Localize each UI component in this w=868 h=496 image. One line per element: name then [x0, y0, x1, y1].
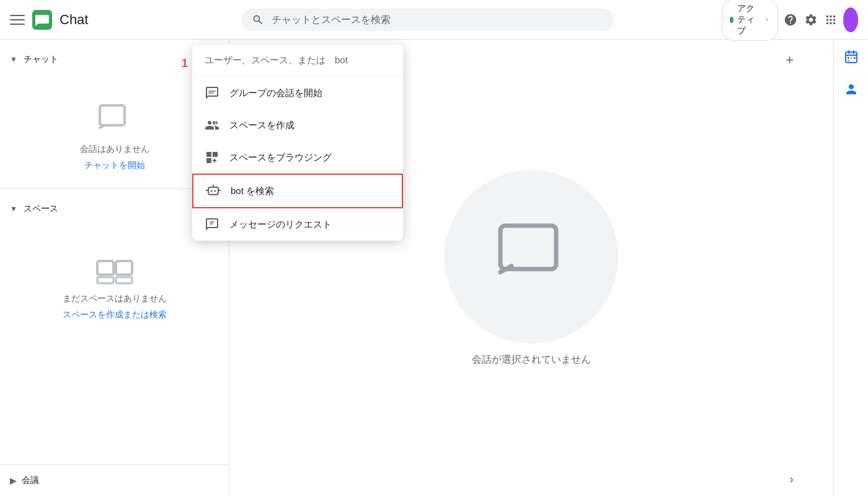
dropdown-item-label-browse-spaces: スペースをブラウジング: [229, 152, 332, 164]
spaces-chevron-icon[interactable]: ▼: [10, 205, 17, 213]
header-center: [134, 9, 722, 31]
apps-button[interactable]: [823, 7, 838, 32]
spaces-empty-state: まだスペースはありません スペースを作成または検索: [0, 224, 229, 333]
svg-rect-3: [116, 261, 132, 275]
body: 1 ▼ チャット + 会話はありません チャットを開始 ▼ スペース +: [0, 40, 868, 496]
spaces-empty-icon: [95, 249, 135, 288]
svg-rect-13: [848, 57, 849, 59]
header: Chat アクティブ: [0, 0, 868, 40]
app-title: Chat: [60, 12, 88, 28]
contacts-button[interactable]: [839, 77, 864, 102]
dropdown-menu: 2 ユーザー、スペース、または bot グループの会話を開始 スペースを作: [192, 45, 403, 241]
svg-rect-2: [97, 261, 113, 275]
dropdown-search-hint: ユーザー、スペース、または bot: [192, 45, 403, 77]
svg-rect-14: [851, 57, 852, 59]
status-button[interactable]: アクティブ: [722, 0, 778, 41]
svg-point-9: [215, 190, 216, 192]
chat-section-title: ▼ チャット: [10, 54, 58, 65]
right-sidebar: [833, 40, 868, 496]
main-add-button[interactable]: +: [786, 52, 794, 68]
spaces-section-title: ▼ スペース: [10, 203, 58, 215]
browse-spaces-icon: [205, 150, 219, 165]
menu-icon[interactable]: [10, 12, 25, 27]
search-bot-icon: [206, 184, 221, 198]
search-icon: [252, 14, 264, 26]
chat-empty-text: 会話はありません: [80, 144, 149, 155]
calendar-button[interactable]: [839, 45, 864, 69]
svg-rect-1: [100, 105, 125, 125]
chat-empty-icon: [95, 99, 135, 139]
meetings-chevron-icon: ▶: [10, 476, 17, 485]
settings-button[interactable]: [803, 7, 818, 32]
chevron-down-icon: [764, 15, 770, 25]
dropdown-item-browse-spaces[interactable]: スペースをブラウジング: [192, 141, 403, 174]
group-chat-icon: [205, 86, 219, 100]
header-left: Chat: [10, 10, 134, 30]
svg-point-8: [211, 190, 213, 192]
dropdown-item-label-search-bot: bot を検索: [231, 185, 274, 197]
svg-rect-7: [208, 187, 218, 195]
chat-section-label: チャット: [24, 54, 58, 65]
status-dot: [730, 17, 733, 23]
avatar[interactable]: [843, 7, 858, 32]
no-conversation: 会話が選択されていません: [445, 170, 618, 366]
dropdown-item-message-request[interactable]: メッセージのリクエスト: [192, 208, 403, 241]
chat-start-link[interactable]: チャットを開始: [84, 160, 145, 171]
meetings-label: 会議: [22, 475, 39, 486]
search-input[interactable]: [272, 14, 604, 25]
status-label: アクティブ: [737, 3, 761, 37]
meetings-label-group: ▶ 会議: [10, 475, 39, 486]
no-conversation-circle: [445, 170, 618, 343]
dropdown-item-label-message-request: メッセージのリクエスト: [229, 219, 332, 231]
svg-point-10: [213, 185, 214, 186]
meetings-section[interactable]: ▶ 会議: [0, 464, 229, 496]
dropdown-item-label-create-space: スペースを作成: [229, 120, 294, 131]
app-logo: [32, 10, 52, 30]
dropdown-item-create-space[interactable]: スペースを作成: [192, 109, 403, 141]
no-conversation-icon: [488, 213, 575, 300]
dropdown-item-group-chat[interactable]: グループの会話を開始: [192, 77, 403, 109]
dropdown-item-search-bot[interactable]: bot を検索: [192, 174, 403, 208]
svg-rect-4: [97, 277, 113, 283]
no-conversation-text: 会話が選択されていません: [472, 353, 591, 366]
expand-button[interactable]: ›: [789, 472, 794, 486]
spaces-empty-text: まだスペースはありません: [63, 293, 167, 304]
create-space-icon: [205, 118, 219, 133]
spaces-section-label: スペース: [24, 203, 58, 215]
svg-rect-11: [500, 226, 556, 269]
message-request-icon: [205, 217, 219, 232]
svg-rect-15: [854, 57, 856, 59]
svg-rect-16: [848, 60, 849, 61]
annotation-1: 1: [182, 57, 188, 70]
chat-chevron-icon[interactable]: ▼: [10, 55, 17, 64]
header-right: アクティブ: [722, 0, 858, 41]
help-button[interactable]: [783, 7, 798, 32]
svg-rect-5: [116, 277, 132, 283]
search-bar: [242, 9, 614, 31]
spaces-create-link[interactable]: スペースを作成または検索: [63, 309, 167, 321]
dropdown-item-label-group-chat: グループの会話を開始: [229, 87, 322, 99]
